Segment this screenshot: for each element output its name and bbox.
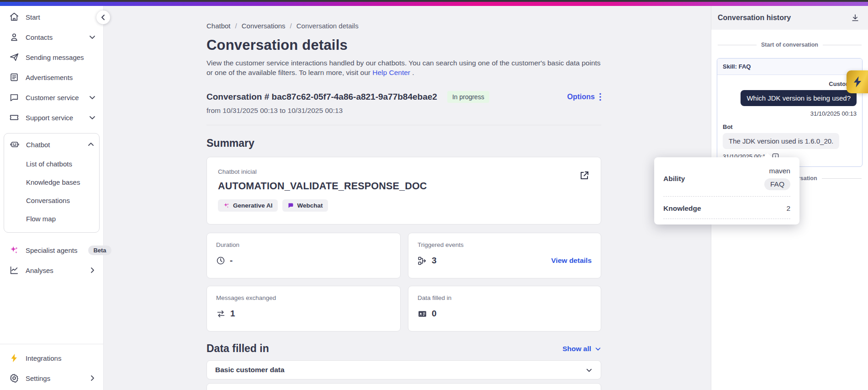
start-of-conversation-divider: Start of conversation — [718, 42, 862, 48]
flow-icon — [418, 256, 427, 266]
brand-gradient-bar — [0, 2, 868, 6]
home-icon — [9, 12, 19, 22]
open-chatbot-button[interactable] — [579, 170, 590, 181]
ability-label: Ability — [663, 175, 685, 183]
sidebar-item-support-service[interactable]: Support service — [0, 107, 103, 128]
tag-label: Webchat — [297, 202, 323, 209]
conversation-id-heading: Conversation # bac87c62-05f7-4a86-a821-9… — [206, 92, 437, 102]
metric-value: - — [230, 256, 233, 266]
sidebar-item-conversations[interactable]: Conversations — [4, 191, 99, 209]
skill-header: Skill: FAQ — [717, 59, 862, 75]
accordion-other-data[interactable]: Other data — [206, 383, 601, 390]
sidebar-item-label: Integrations — [26, 354, 61, 362]
line-chart-icon — [9, 265, 19, 275]
metric-data-filled: Data filled in 0 — [408, 286, 601, 331]
sparkles-icon — [223, 202, 230, 209]
sidebar: Start Contacts Sending messages Advertis… — [0, 6, 104, 390]
sidebar-subitem-label: Knowledge bases — [26, 178, 80, 186]
accordion-basic-customer-data[interactable]: Basic customer data — [206, 360, 601, 379]
ability-pill: FAQ — [764, 178, 790, 190]
download-icon — [851, 13, 860, 22]
metric-value: 0 — [432, 309, 437, 319]
sidebar-item-flow-map[interactable]: Flow map — [4, 209, 99, 228]
sidebar-item-advertisements[interactable]: Advertisements — [0, 67, 103, 87]
sidebar-item-analyses[interactable]: Analyses — [0, 260, 103, 280]
kebab-menu-icon — [599, 93, 601, 101]
sidebar-item-list-of-chatbots[interactable]: List of chatbots — [4, 155, 99, 173]
metric-label: Triggered events — [418, 241, 592, 248]
metric-messages-exchanged: Messages exchanged 1 — [206, 286, 401, 331]
quick-actions-bolt-button[interactable] — [847, 70, 868, 93]
message-info-tooltip: Ability maven FAQ Knowledge 2 — [654, 157, 799, 224]
chat-bubble-icon — [9, 92, 19, 102]
sidebar-item-label: Contacts — [26, 33, 53, 41]
view-details-link[interactable]: View details — [551, 256, 592, 265]
sparkles-icon — [9, 245, 19, 255]
lightning-bolt-icon — [852, 76, 863, 88]
beta-badge: Beta — [88, 246, 111, 255]
ability-value: maven — [769, 167, 790, 175]
metric-triggered-events: Triggered events 3 View details — [408, 233, 601, 278]
download-button[interactable] — [851, 13, 860, 22]
description-tail: . — [410, 69, 414, 76]
sidebar-item-label: Advertisements — [26, 74, 73, 81]
chevron-down-icon — [595, 346, 601, 352]
sidebar-item-label: Start — [26, 13, 40, 21]
bot-label: Bot — [723, 123, 857, 130]
document-icon — [9, 72, 19, 82]
sidebar-item-settings[interactable]: Settings — [0, 368, 103, 388]
sidebar-item-contacts[interactable]: Contacts — [0, 27, 103, 47]
customer-message-time: 31/10/2025 00:13 — [810, 110, 857, 117]
show-all-button[interactable]: Show all — [562, 345, 601, 353]
sidebar-item-integrations[interactable]: Integrations — [0, 348, 103, 368]
page-description: View the customer service interactions h… — [206, 58, 601, 77]
breadcrumb-chatbot[interactable]: Chatbot — [206, 22, 242, 30]
metric-label: Messages exchanged — [216, 294, 391, 301]
sidebar-item-knowledge-bases[interactable]: Knowledge bases — [4, 173, 99, 191]
main-content: Chatbot Conversations Conversation detai… — [104, 6, 711, 390]
chatbot-summary-card: Chatbot inicial AUTOMATION_VALIDATE_RESP… — [206, 157, 601, 224]
options-button[interactable]: Options — [567, 93, 601, 101]
chevron-up-icon — [87, 141, 95, 148]
sidebar-footer: Integrations Settings — [0, 344, 103, 390]
exchange-arrows-icon — [216, 309, 226, 319]
breadcrumb-conversations[interactable]: Conversations — [242, 22, 296, 30]
metric-duration: Duration - — [206, 233, 401, 278]
person-icon — [9, 32, 19, 42]
tooltip-knowledge-row: Knowledge 2 — [663, 197, 790, 219]
chevron-down-icon — [89, 114, 96, 121]
paper-plane-icon — [9, 52, 19, 62]
chevron-right-icon — [89, 374, 96, 382]
external-link-icon — [579, 170, 590, 181]
sidebar-item-label: Support service — [26, 114, 73, 122]
chevron-down-icon — [89, 94, 96, 101]
sidebar-item-label: Specialist agents — [26, 246, 77, 254]
chevron-right-icon — [89, 267, 96, 274]
sidebar-item-label: Chatbot — [26, 141, 50, 149]
sidebar-item-customer-service[interactable]: Customer service — [0, 87, 103, 107]
divider-label: Start of conversation — [761, 42, 818, 48]
panel-title: Conversation history — [718, 14, 791, 22]
sidebar-item-chatbot[interactable]: Chatbot — [4, 134, 99, 155]
customer-message-bubble: Which JDK version is being used? — [741, 90, 857, 106]
gear-icon — [9, 373, 19, 383]
sidebar-collapse-button[interactable] — [96, 11, 110, 24]
chatbot-name: AUTOMATION_VALIDATE_RESPONSE_DOC — [218, 181, 590, 192]
sidebar-item-label: Customer service — [26, 94, 79, 102]
metrics-grid: Duration - Triggered events 3 — [206, 233, 601, 331]
sidebar-item-label: Sending messages — [26, 53, 84, 61]
sidebar-item-start[interactable]: Start — [0, 7, 103, 27]
help-center-link[interactable]: Help Center — [372, 69, 410, 76]
knowledge-label: Knowledge — [663, 204, 701, 213]
accordion-label: Basic customer data — [215, 366, 285, 374]
status-badge: In progress — [447, 91, 489, 103]
sidebar-item-sending-messages[interactable]: Sending messages — [0, 47, 103, 67]
sidebar-subitem-label: Flow map — [26, 215, 56, 223]
chat-bubble-icon — [287, 202, 294, 209]
bot-message-bubble: The JDK version used is 1.6.0_20. — [723, 133, 839, 149]
sidebar-item-specialist-agents[interactable]: Specialist agents Beta — [0, 240, 103, 260]
tag-label: Generative AI — [233, 202, 273, 209]
conversation-header-row: Conversation # bac87c62-05f7-4a86-a821-9… — [206, 91, 601, 103]
breadcrumb: Chatbot Conversations Conversation detai… — [206, 22, 601, 30]
chevron-down-icon — [89, 33, 96, 41]
